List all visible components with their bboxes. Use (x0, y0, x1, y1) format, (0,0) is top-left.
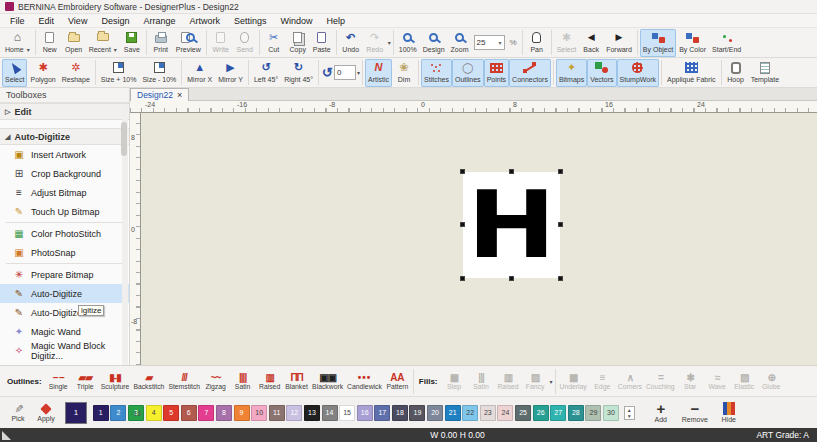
stumpwork-view-button[interactable]: StumpWork (617, 59, 659, 87)
canvas-area[interactable]: Design22× -24 -16 -8 0 8 16 24 8 0 -8 -1… (130, 88, 817, 365)
selection-handle[interactable] (509, 276, 514, 281)
new-button[interactable]: New (38, 29, 62, 57)
connectors-view-button[interactable]: Connectors (509, 59, 551, 87)
applique-fabric-button[interactable]: Appliqué Fabric (664, 59, 719, 87)
close-icon[interactable]: × (177, 90, 182, 100)
color-swatch-24[interactable]: 24 (497, 405, 513, 421)
recent-button[interactable]: Recent ▾ (86, 29, 120, 57)
color-swatch-7[interactable]: 7 (198, 405, 214, 421)
cut-button[interactable]: ✂Cut (262, 29, 286, 57)
size-up-button[interactable]: Size + 10% (98, 59, 140, 87)
color-swatch-6[interactable]: 6 (181, 405, 197, 421)
selection-handle[interactable] (460, 222, 465, 227)
remove-color-button[interactable]: −Remove (681, 398, 709, 428)
color-swatch-28[interactable]: 28 (568, 405, 584, 421)
color-swatch-2[interactable]: 2 (110, 405, 126, 421)
start-end-button[interactable]: Start/End (709, 29, 744, 57)
outline-candlewick-button[interactable]: •••Candlewick (345, 367, 384, 396)
zoom-design-button[interactable]: Design (420, 29, 448, 57)
sidebar-item-insert-artwork[interactable]: ▣Insert Artwork (0, 145, 129, 164)
menu-artwork[interactable]: Artwork (189, 16, 220, 26)
menu-settings[interactable]: Settings (234, 16, 267, 26)
color-swatch-13[interactable]: 13 (304, 405, 320, 421)
outline-satin-button[interactable]: ||||Satin (229, 367, 256, 396)
color-swatch-11[interactable]: 11 (269, 405, 285, 421)
toolbar-overflow-icon[interactable]: ▾ (388, 39, 391, 46)
sidebar-item-magic-wand-block-digitize[interactable]: ✧Magic Wand Block Digitiz... (0, 341, 129, 360)
add-color-button[interactable]: +Add (647, 398, 675, 428)
sidebar-item-touch-up-bitmap[interactable]: ✎Touch Up Bitmap (0, 202, 129, 221)
save-button[interactable]: Save (120, 29, 144, 57)
sidebar-item-color-photostitch[interactable]: ▦Color PhotoStitch (0, 224, 129, 243)
scrollbar-thumb[interactable] (121, 122, 127, 156)
outline-raised-button[interactable]: ▥Raised (256, 367, 283, 396)
menu-window[interactable]: Window (280, 16, 312, 26)
sidebar-section-edit[interactable]: ▷Edit (0, 103, 129, 120)
sidebar-item-photosnap[interactable]: ▣PhotoSnap (0, 243, 129, 262)
selection-handle[interactable] (460, 276, 465, 281)
color-swatch-19[interactable]: 19 (409, 405, 425, 421)
rotate-left-45-button[interactable]: ↺Left 45° (251, 59, 281, 87)
home-button[interactable]: ⌂Home ▾ (2, 29, 33, 57)
artistic-view-button[interactable]: NArtistic (365, 59, 392, 87)
sidebar-item-magic-wand[interactable]: ✦Magic Wand (0, 322, 129, 341)
dim-button[interactable]: ❀Dim (392, 59, 416, 87)
color-swatch-25[interactable]: 25 (515, 405, 531, 421)
selection-handle[interactable] (460, 169, 465, 174)
color-swatch-17[interactable]: 17 (374, 405, 390, 421)
menu-help[interactable]: Help (327, 16, 346, 26)
vectors-view-button[interactable]: Vectors (587, 59, 616, 87)
menu-edit[interactable]: Edit (39, 16, 55, 26)
menu-design[interactable]: Design (101, 16, 129, 26)
selection-handle[interactable] (558, 222, 563, 227)
outlines-view-button[interactable]: ◯Outlines (452, 59, 484, 87)
selected-bitmap-artwork[interactable]: H (463, 172, 560, 278)
color-swatch-22[interactable]: 22 (462, 405, 478, 421)
template-button[interactable]: Template (748, 59, 782, 87)
print-button[interactable]: Print (149, 29, 173, 57)
outline-zigzag-button[interactable]: ~~Zigzag (202, 367, 229, 396)
tab-design22[interactable]: Design22× (130, 88, 189, 101)
sidebar-item-crop-background[interactable]: ⊞Crop Background (0, 164, 129, 183)
sidebar-item-auto-digitize-2[interactable]: ✎Auto-Digitizeigitize (0, 303, 129, 322)
zoom-100-button[interactable]: 100% (396, 29, 420, 57)
color-swatch-10[interactable]: 10 (251, 405, 267, 421)
zoom-button[interactable]: Zoom (448, 29, 472, 57)
selection-handle[interactable] (558, 169, 563, 174)
current-color-swatch[interactable]: 1 (65, 402, 87, 424)
color-swatch-20[interactable]: 20 (427, 405, 443, 421)
forward-button[interactable]: ▶Forward (603, 29, 635, 57)
color-swatch-5[interactable]: 5 (163, 405, 179, 421)
mirror-x-button[interactable]: ▲Mirror X (184, 59, 215, 87)
points-view-button[interactable]: Points (484, 59, 509, 87)
sidebar-section-auto-digitize[interactable]: ◢Auto-Digitize (0, 128, 129, 145)
outline-pattern-button[interactable]: AAPattern (384, 367, 411, 396)
stitches-view-button[interactable]: Stitches (421, 59, 452, 87)
sidebar-item-prepare-bitmap[interactable]: ✳Prepare Bitmap (0, 265, 129, 284)
size-down-button[interactable]: Size - 10% (139, 59, 179, 87)
apply-color-button[interactable]: Apply (32, 398, 60, 428)
rotate-right-45-button[interactable]: ↻Right 45° (281, 59, 316, 87)
menu-file[interactable]: File (10, 16, 25, 26)
polygon-button[interactable]: ✱Polygon (27, 59, 58, 87)
select-tool-button[interactable]: Select (2, 59, 27, 87)
paste-button[interactable]: Paste (310, 29, 334, 57)
color-swatch-1[interactable]: 1 (93, 405, 109, 421)
pick-color-button[interactable]: ✎Pick (4, 398, 32, 428)
spinner-down-icon[interactable]: ▼ (625, 413, 634, 419)
menu-arrange[interactable]: Arrange (143, 16, 175, 26)
outline-blanket-button[interactable]: ΠΠBlanket (283, 367, 310, 396)
color-swatch-15[interactable]: 15 (339, 405, 355, 421)
selection-handle[interactable] (509, 169, 514, 174)
mirror-y-button[interactable]: ▶Mirror Y (215, 59, 246, 87)
color-swatch-4[interactable]: 4 (146, 405, 162, 421)
outline-stemstitch-button[interactable]: ///Stemstitch (166, 367, 202, 396)
undo-button[interactable]: ↶Undo (339, 29, 363, 57)
menu-view[interactable]: View (68, 16, 87, 26)
color-swatch-29[interactable]: 29 (585, 405, 601, 421)
by-object-button[interactable]: By Object (640, 29, 676, 57)
outline-triple-button[interactable]: ▰▰Triple (72, 367, 99, 396)
color-swatch-12[interactable]: 12 (286, 405, 302, 421)
color-swatch-14[interactable]: 14 (322, 405, 338, 421)
toolbar-overflow-icon[interactable]: ▾ (550, 378, 553, 385)
